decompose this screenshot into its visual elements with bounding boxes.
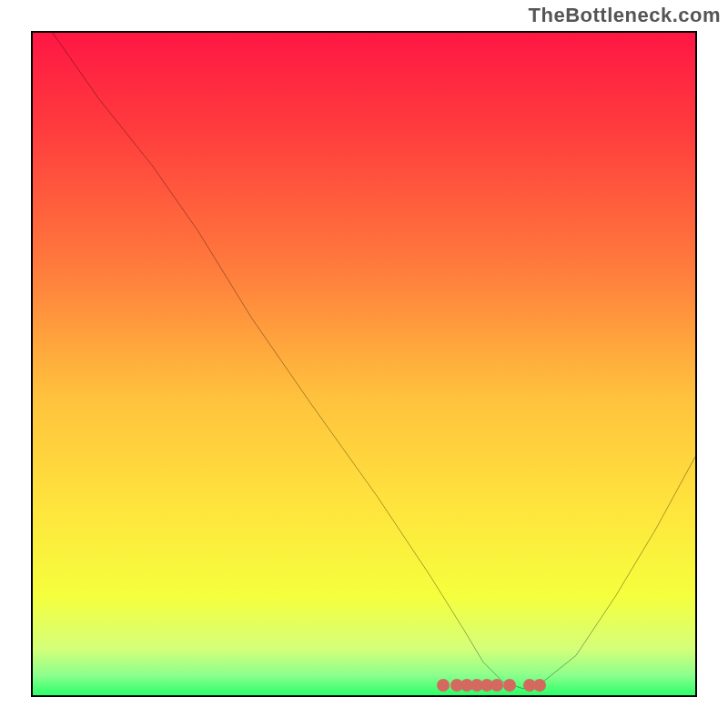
marker-dot: [533, 679, 546, 692]
bottleneck-curve: [33, 33, 695, 695]
chart-container: TheBottleneck.com: [0, 0, 728, 728]
watermark-text: TheBottleneck.com: [529, 4, 721, 27]
marker-dot: [490, 679, 503, 692]
optimal-range-dots: [33, 673, 695, 692]
plot-area: [31, 31, 697, 697]
marker-dot: [437, 679, 450, 692]
marker-dot: [503, 679, 516, 692]
